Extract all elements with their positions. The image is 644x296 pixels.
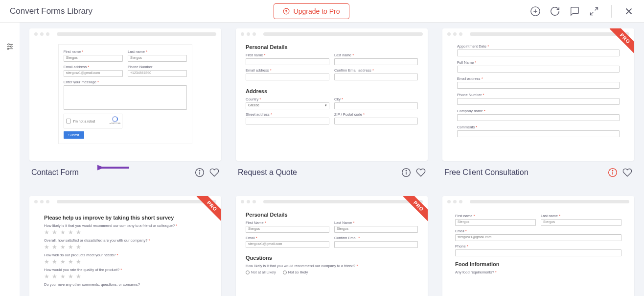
divider [611, 5, 612, 18]
template-preview[interactable]: PRO Please help us improve by taking thi… [29, 196, 221, 296]
upgrade-arrow-icon [283, 8, 290, 15]
svg-point-16 [612, 171, 613, 171]
chat-icon [569, 6, 580, 17]
template-preview[interactable]: First name *Stergos Last name *Stergos E… [29, 28, 221, 161]
add-button[interactable] [530, 6, 541, 17]
template-card: PRO Appointment Date * Full Name * Email… [442, 28, 634, 181]
template-card: PRO Personal Details First Name *Stergos… [236, 196, 428, 296]
card-title: Free Client Consultation [444, 168, 529, 177]
sliders-icon [5, 42, 14, 51]
template-card: Personal Details First name * Last name … [236, 28, 428, 181]
template-preview[interactable]: PRO Appointment Date * Full Name * Email… [442, 28, 634, 161]
refresh-button[interactable] [550, 6, 560, 17]
svg-point-13 [406, 171, 406, 171]
info-icon[interactable] [608, 168, 618, 177]
pro-ribbon: PRO [605, 28, 634, 58]
close-button[interactable] [623, 6, 634, 17]
info-icon[interactable] [195, 168, 205, 177]
heart-icon[interactable] [622, 168, 632, 177]
filter-toggle[interactable] [5, 42, 14, 296]
card-title: Contact Form [31, 168, 79, 177]
header-bar: Convert Forms Library Upgrade to Pro [0, 0, 644, 23]
template-preview[interactable]: Personal Details First name * Last name … [236, 28, 428, 161]
expand-icon [589, 6, 599, 16]
upgrade-button[interactable]: Upgrade to Pro [274, 3, 349, 19]
header-actions [530, 5, 634, 18]
pro-ribbon: PRO [398, 196, 428, 225]
feedback-button[interactable] [569, 6, 580, 17]
content-area: First name *Stergos Last name *Stergos E… [20, 23, 644, 296]
card-title: Request a Quote [238, 168, 297, 177]
template-preview[interactable]: PRO Personal Details First Name *Stergos… [236, 196, 428, 296]
svg-point-5 [11, 46, 12, 48]
template-preview[interactable]: First name *Stergos Last name *Stergos E… [442, 196, 634, 296]
svg-point-7 [7, 48, 9, 49]
svg-point-10 [199, 171, 200, 171]
svg-point-3 [8, 44, 9, 45]
expand-button[interactable] [589, 6, 599, 17]
page-title: Convert Forms Library [10, 6, 92, 16]
template-card: First name *Stergos Last name *Stergos E… [442, 196, 634, 296]
close-icon [623, 6, 634, 17]
template-card: First name *Stergos Last name *Stergos E… [29, 28, 221, 181]
info-icon[interactable] [401, 168, 411, 177]
template-card: PRO Please help us improve by taking thi… [29, 196, 221, 296]
annotation-arrow-icon [97, 163, 132, 173]
heart-icon[interactable] [209, 168, 219, 177]
refresh-icon [550, 6, 560, 17]
upgrade-label: Upgrade to Pro [294, 7, 340, 15]
plus-circle-icon [530, 6, 541, 17]
pro-ribbon: PRO [192, 196, 221, 225]
left-rail [0, 23, 20, 296]
heart-icon[interactable] [416, 168, 426, 177]
